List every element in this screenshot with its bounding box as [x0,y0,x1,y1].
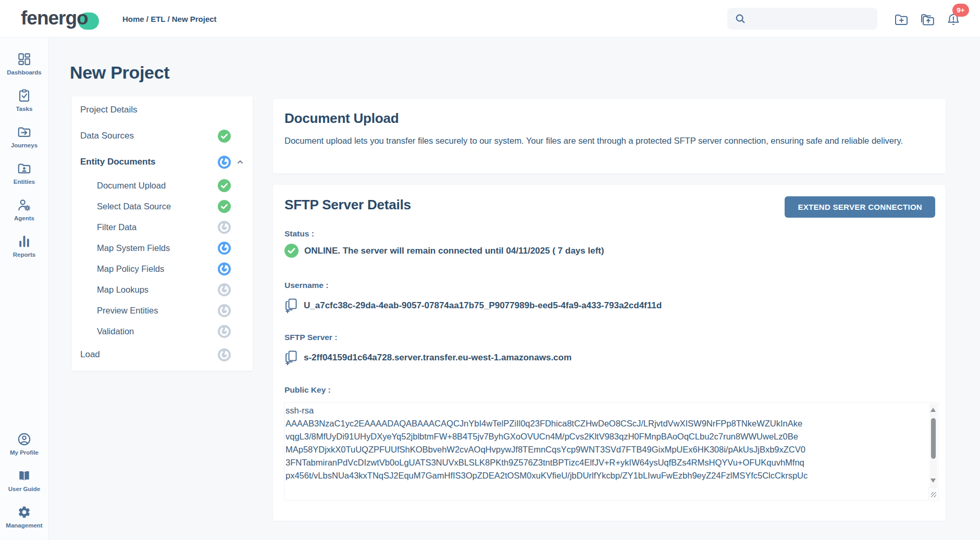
search-input[interactable] [751,15,870,23]
sidebar-label: Entities [14,179,35,185]
step-document-upload[interactable]: Document Upload [72,175,253,196]
step-pending-icon [218,325,231,338]
sidebar-item-management[interactable]: Management [6,505,42,529]
username-value: U_a7cfc38c-29da-4eab-9057-07874aa17b75_P… [304,300,662,311]
sidebar-item-user-guide[interactable]: User Guide [8,469,40,492]
dashboards-icon [17,52,31,66]
public-key-label: Public Key : [284,385,331,395]
sidebar-label: Tasks [16,106,33,112]
sidebar-label: User Guide [8,486,40,492]
folder-plus-icon [893,11,910,28]
copy-server-button[interactable] [284,350,298,366]
step-done-icon [218,179,231,192]
sidebar-item-tasks[interactable]: Tasks [16,89,33,112]
status-label: Status : [284,229,314,238]
top-header: fenergo Home / ETL / New Project [0,0,980,37]
username-label: Username : [284,281,328,290]
sidebar-label: Management [6,522,42,529]
step-done-icon [218,200,231,213]
scrollbar-thumb[interactable] [931,418,936,459]
step-preview-entities[interactable]: Preview Entities [72,300,253,321]
step-select-data-source[interactable]: Select Data Source [72,196,253,217]
scrollbar[interactable] [929,404,937,487]
sidebar-label: Reports [13,252,35,258]
public-key-textarea[interactable]: ssh-rsa AAAAB3NzaC1yc2EAAAADAQABAAACAQCJ… [284,402,939,501]
chevron-up-icon[interactable] [236,158,244,166]
fenergo-logo[interactable]: fenergo [21,7,88,30]
copy-username-button[interactable] [284,298,298,313]
entities-icon [17,161,31,175]
wizard-steps-panel: Project Details Data Sources Entity Docu… [72,96,253,371]
sidebar-label: Journeys [11,142,38,148]
scroll-down-arrow[interactable] [931,479,936,483]
step-done-icon [218,130,231,143]
step-in-progress-icon [218,242,231,255]
step-in-progress-icon [218,262,231,275]
gear-icon [17,505,31,519]
logo-text: fenerg [21,7,77,29]
document-upload-intro-card: Document Upload Document upload lets you… [273,99,946,173]
book-icon [17,469,31,483]
username-row: U_a7cfc38c-29da-4eab-9057-07874aa17b75_P… [284,298,662,313]
status-message: ONLINE. The server will remain connected… [304,246,604,256]
sidebar-item-agents[interactable]: Agents [14,198,34,221]
step-entity-documents[interactable]: Entity Documents [72,149,253,175]
server-value: s-2ff04159d1c64a728.server.transfer.eu-w… [304,353,572,363]
search-box[interactable] [727,8,877,30]
sidebar-item-dashboards[interactable]: Dashboards [7,52,41,76]
logo-o: o [77,7,88,29]
notification-badge: 9+ [952,4,969,17]
sidebar-label: Dashboards [7,69,41,76]
section-heading: Document Upload [284,110,934,127]
status-row: ONLINE. The server will remain connected… [284,244,604,258]
left-sidebar: Dashboards Tasks Journeys Entities [0,37,49,540]
step-filter-data[interactable]: Filter Data [72,217,253,237]
sidebar-label: My Profile [10,449,39,456]
sftp-heading: SFTP Server Details [284,197,411,213]
step-map-system-fields[interactable]: Map System Fields [72,237,253,258]
step-pending-icon [218,283,231,296]
tasks-icon [17,89,31,103]
step-project-details[interactable]: Project Details [72,97,253,123]
step-validation[interactable]: Validation [72,321,253,342]
profile-icon [17,432,31,446]
step-data-sources[interactable]: Data Sources [72,123,253,149]
sftp-details-card: SFTP Server Details EXTEND SERVER CONNEC… [273,185,946,521]
create-folder-button[interactable] [893,11,910,28]
upload-folder-button[interactable] [919,11,936,28]
step-pending-icon [218,304,231,317]
resize-handle[interactable] [928,487,938,500]
sidebar-item-reports[interactable]: Reports [13,234,35,258]
sidebar-item-journeys[interactable]: Journeys [11,125,38,148]
page-title: New Project [70,62,169,83]
copy-icon [284,298,298,313]
scroll-up-arrow[interactable] [931,408,936,412]
sidebar-item-my-profile[interactable]: My Profile [10,432,39,456]
extend-server-connection-button[interactable]: EXTEND SERVER CONNECTION [785,196,935,218]
step-map-lookups[interactable]: Map Lookups [72,279,253,300]
server-row: s-2ff04159d1c64a728.server.transfer.eu-w… [284,350,572,366]
breadcrumb[interactable]: Home / ETL / New Project [122,0,217,37]
step-pending-icon [218,348,231,361]
sidebar-item-entities[interactable]: Entities [14,161,35,185]
folder-upload-icon [919,11,936,28]
journeys-icon [17,125,31,139]
sidebar-label: Agents [14,215,34,221]
public-key-text[interactable]: ssh-rsa AAAAB3NzaC1yc2EAAAADAQABAAACAQCJ… [286,404,927,498]
step-load[interactable]: Load [72,342,253,368]
section-description: Document upload lets you transfer files … [284,133,928,148]
reports-icon [17,234,31,248]
server-label: SFTP Server : [284,333,337,342]
step-map-policy-fields[interactable]: Map Policy Fields [72,258,253,279]
step-in-progress-icon [218,156,231,169]
copy-icon [284,350,298,366]
search-icon [735,13,746,24]
step-pending-icon [218,221,231,234]
online-check-icon [284,244,299,258]
agents-icon [17,198,31,212]
